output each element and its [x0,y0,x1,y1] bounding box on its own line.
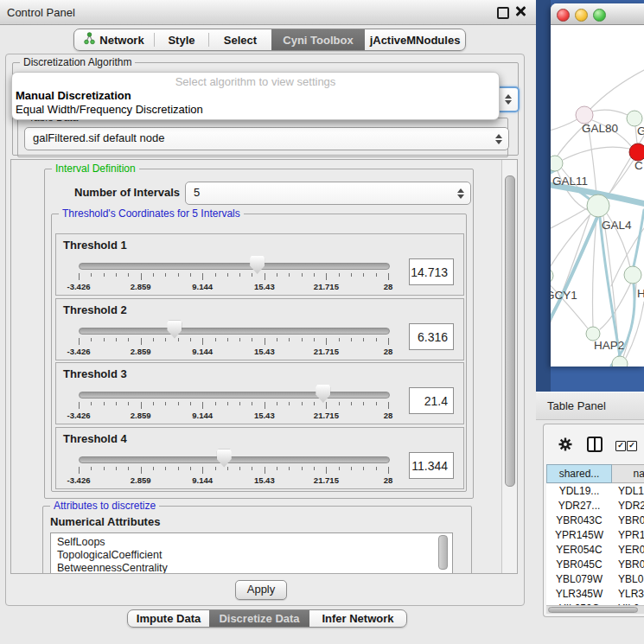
slider-tick-label: 21.715 [314,347,339,356]
tab-discretize-data[interactable]: Discretize Data [209,610,309,627]
table-row[interactable]: YPR145WYPR1 [546,528,644,543]
table-data-combobox[interactable]: galFiltered.sif default node [24,127,509,150]
table-row[interactable]: YLR345WYLR3 [546,587,644,602]
vertical-scrollbar-thumb[interactable] [505,175,515,487]
slider-tick [252,402,252,405]
slider-tick [116,402,117,405]
numerical-attributes-list[interactable]: SelfLoopsTopologicalCoefficientBetweenne… [50,532,453,574]
network-canvas[interactable]: GAL80GACGAL11GAL4GCY1HAHAP2 [551,25,644,367]
slider-track[interactable] [79,263,390,270]
tab-jactivemnodules[interactable]: jActiveMNodules [365,29,465,50]
slider-tick [314,467,315,470]
slider-tick [153,338,154,341]
split-columns-icon[interactable] [587,437,603,452]
tab-style[interactable]: Style [155,29,208,50]
node-label: C [634,159,643,172]
threshold-label: Threshold 1 [63,239,127,252]
slider-track[interactable] [79,456,390,463]
slider-tick [128,402,129,405]
table-row[interactable]: YDR27...YDR2 [546,499,644,513]
slider-tick-label: 28 [384,411,393,420]
slider-thumb[interactable] [316,385,330,403]
dropdown-option-equal-width-frequency[interactable]: Equal Width/Frequency Discretization [16,103,203,116]
apply-button[interactable]: Apply [235,580,287,600]
vertical-scrollbar-track[interactable] [501,160,517,573]
slider-tick [289,467,290,470]
close-traffic-light-icon[interactable] [557,9,570,22]
network-node-GAL80[interactable] [576,106,593,124]
threshold-value-field[interactable]: 11.344 [409,452,454,479]
dropdown-option-manual-discretization[interactable]: Manual Discretization [16,89,131,102]
slider-tick-label: 15.43 [254,282,275,291]
number-of-intervals-combobox[interactable]: 5 [185,182,471,205]
attribute-list-item[interactable]: SelfLoops [51,533,452,549]
slider-tick [376,273,377,277]
attribute-list-item[interactable]: BetweennessCentrality [51,562,452,574]
threshold-value-field[interactable]: 6.316 [409,323,454,350]
slider-tick [351,273,352,277]
combobox-value: galFiltered.sif default node [33,131,164,144]
table-cell: YBR045C [546,558,612,572]
slider-tick [202,273,203,280]
table-row[interactable]: YER054CYER0 [546,543,644,558]
checkbox-icon[interactable]: ✓ [615,441,626,451]
table-cell: YDL1 [612,484,644,499]
minimize-traffic-light-icon[interactable] [575,9,588,22]
slider-tick-label: 21.715 [314,411,339,420]
desktop-edge [536,0,551,392]
column-header-name[interactable]: name [612,464,644,483]
network-node-GAL11[interactable] [551,156,563,171]
slider-tick-label: 21.715 [314,282,339,291]
network-node-node-b[interactable] [612,356,628,367]
node-label: HAP2 [594,339,624,352]
network-view-window[interactable]: GAL80GACGAL11GAL4GCY1HAHAP2 [551,3,644,367]
slider-tick [215,273,216,277]
threshold-value-field[interactable]: 14.713 [409,258,454,285]
table-row[interactable]: YBL079WYBL0 [546,572,644,587]
slider-tick [153,273,154,277]
slider-tick [165,402,166,405]
slider-track[interactable] [79,328,390,335]
network-node-H[interactable] [624,266,641,284]
attribute-list-item[interactable]: TopologicalCoefficient [51,549,452,562]
float-window-icon[interactable] [497,7,509,19]
tab-network[interactable]: Network [74,29,154,50]
slider-thumb[interactable] [250,256,265,274]
tab-cyni-toolbox[interactable]: Cyni Toolbox [271,29,365,50]
table-row[interactable]: YBR043CYBR0 [546,513,644,528]
network-node-GCY1[interactable] [551,268,553,284]
slider-track[interactable] [79,392,390,399]
checkbox-icon[interactable]: ✓ [627,441,637,451]
network-window-titlebar[interactable] [551,3,644,25]
slider-thumb[interactable] [217,450,232,468]
thresholds-group: Threshold's Coordinates for 5 Intervals … [51,214,467,492]
threshold-value-field[interactable]: 21.4 [409,387,454,414]
list-scrollbar-thumb[interactable] [438,535,448,570]
column-header-shared-name[interactable]: shared... [546,464,612,483]
table-row[interactable]: YBR045CYBR0 [546,558,644,572]
tab-select[interactable]: Select [209,29,271,50]
network-node-C-red[interactable] [629,143,644,161]
close-icon[interactable] [515,6,526,16]
slider-tick [326,273,327,280]
gear-icon[interactable] [558,437,572,451]
slider-tick [302,273,303,277]
table-row[interactable]: YDL19...YDL1 [546,484,644,499]
horizontal-scrollbar-track[interactable] [546,605,644,614]
slider-thumb[interactable] [167,321,182,339]
slider-tick [289,402,290,405]
group-title: Discretization Algorithm [20,56,135,68]
slider-tick [351,467,352,470]
zoom-traffic-light-icon[interactable] [593,9,606,22]
tab-label: Discretize Data [219,612,299,625]
tab-infer-network[interactable]: Infer Network [309,610,406,627]
tab-impute-data[interactable]: Impute Data [128,610,209,627]
horizontal-scrollbar-thumb[interactable] [548,607,638,613]
slider-tick-label: -3.426 [67,347,91,356]
number-of-intervals-label: Number of Intervals [74,186,180,199]
network-node-GAL4[interactable] [587,194,609,217]
slider-tick [265,338,265,345]
slider-tick [376,338,377,341]
slider-tick [153,467,154,470]
slider-tick [215,467,216,470]
